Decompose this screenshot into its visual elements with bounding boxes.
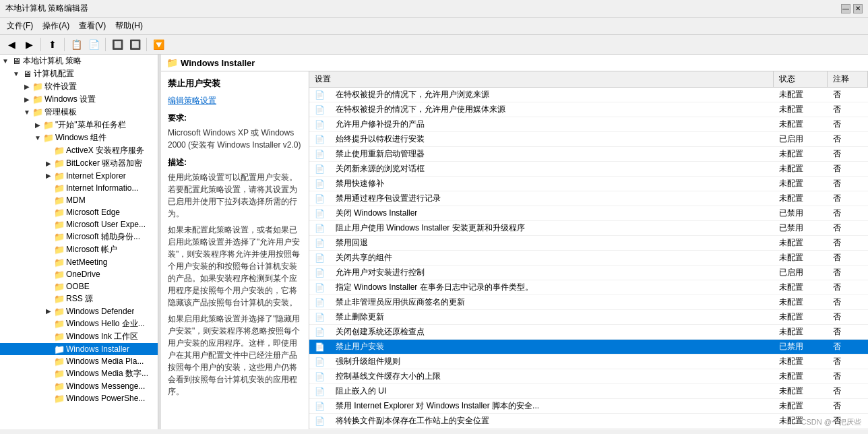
minimize-button[interactable]: — (841, 4, 850, 13)
table-row[interactable]: 📄 禁止用户安装 已禁用 否 (309, 340, 868, 354)
table-row[interactable]: 📄 禁止使用重新启动管理器 未配置 否 (309, 147, 868, 162)
table-row[interactable]: 📄 关闭新来源的浏览对话框 未配置 否 (309, 162, 868, 177)
tree-toggle-oobe[interactable] (43, 281, 54, 292)
paste-button[interactable]: 📄 (86, 37, 101, 52)
tree-toggle-software[interactable]: ▶ (22, 82, 32, 92)
tree-item-onedrive[interactable]: 📁OneDrive (0, 268, 158, 280)
tree-toggle-accessibility[interactable] (43, 232, 54, 243)
tree-toggle-powershell[interactable] (43, 393, 54, 404)
tree-item-software[interactable]: ▶📁软件设置 (0, 80, 158, 93)
tree-item-iis[interactable]: 📁Internet Informatio... (0, 182, 158, 194)
tree-item-media-data[interactable]: 📁Windows Media 数字... (0, 367, 158, 380)
tree-item-media-pla[interactable]: 📁Windows Media Pla... (0, 355, 158, 367)
row-icon: 📄 (309, 88, 330, 102)
table-row[interactable]: 📄 控制基线文件缓存大小的上限 未配置 否 (309, 369, 868, 384)
tree-toggle-computer[interactable]: ▼ (11, 69, 22, 80)
tree-toggle-ink[interactable] (43, 332, 54, 342)
table-row[interactable]: 📄 允许用户对安装进行控制 已启用 否 (309, 266, 868, 280)
back-button[interactable]: ◀ (4, 37, 19, 52)
row-note: 否 (828, 132, 868, 147)
tree-item-bitlocker[interactable]: ▶📁BitLocker 驱动器加密 (0, 157, 158, 170)
tree-toggle-user-exp[interactable] (43, 219, 54, 230)
tree-toggle-activex[interactable] (43, 146, 54, 156)
copy-button[interactable]: 📋 (69, 37, 84, 52)
tree-item-accessibility[interactable]: 📁Microsoft 辅助身份... (0, 230, 158, 243)
tree-item-computer[interactable]: ▼🖥计算机配置 (0, 67, 158, 80)
tree-toggle-windows-settings[interactable]: ▶ (22, 94, 32, 105)
tree-toggle-rss[interactable] (43, 294, 54, 305)
tree-toggle-iis[interactable] (43, 183, 54, 193)
tree-toggle-bitlocker[interactable]: ▶ (43, 158, 54, 169)
tree-item-admin-templates[interactable]: ▼📁管理模板 (0, 106, 158, 119)
table-row[interactable]: 📄 禁用回退 未配置 否 (309, 236, 868, 251)
tree-item-powershell[interactable]: 📁Windows PowerShe... (0, 392, 158, 404)
tree-toggle-windows-components[interactable]: ▼ (32, 133, 43, 144)
tree-toggle-messenger[interactable] (43, 381, 54, 392)
tree-toggle-netmeeting[interactable] (43, 257, 54, 268)
table-row[interactable]: 📄 在特权被提升的情况下，允许用户浏览来源 未配置 否 (309, 88, 868, 102)
table-row[interactable]: 📄 强制升级组件规则 未配置 否 (309, 354, 868, 369)
edit-policy-link[interactable]: 编辑策略设置 (168, 96, 216, 105)
close-button[interactable]: ✕ (853, 4, 863, 13)
col-status[interactable]: 状态 (774, 71, 828, 88)
table-row[interactable]: 📄 关闭 Windows Installer 已禁用 否 (309, 206, 868, 221)
table-row[interactable]: 📄 在特权被提升的情况下，允许用户使用媒体来源 未配置 否 (309, 102, 868, 117)
tree-item-activex[interactable]: 📁ActiveX 安装程序服务 (0, 144, 158, 157)
tree-toggle-accounts[interactable] (43, 245, 54, 255)
up-button[interactable]: ⬆ (45, 37, 60, 52)
table-row[interactable]: 📄 指定 Windows Installer 在事务日志中记录的事件类型。 未配… (309, 280, 868, 295)
tree-item-defender[interactable]: ▶📁Windows Defender (0, 305, 158, 317)
menu-help[interactable]: 帮助(H) (111, 19, 147, 33)
menu-file[interactable]: 文件(F) (3, 19, 37, 33)
table-row[interactable]: 📄 禁止删除更新 未配置 否 (309, 310, 868, 325)
table-row[interactable]: 📄 阻止用户使用 Windows Installer 安装更新和升级程序 已禁用… (309, 221, 868, 236)
tree-item-windows-components[interactable]: ▼📁Windows 组件 (0, 131, 158, 144)
tree-toggle-hello[interactable] (43, 319, 54, 330)
tree-item-local[interactable]: ▼🖥本地计算机 策略 (0, 55, 158, 67)
tree-item-rss[interactable]: 📁RSS 源 (0, 292, 158, 305)
table-row[interactable]: 📄 将转换文件副本保存在工作站上的安全位置 未配置 否 (309, 414, 868, 429)
filter-button[interactable]: 🔽 (151, 37, 166, 52)
table-row[interactable]: 📄 禁用 Internet Explorer 对 Windows Install… (309, 399, 868, 414)
tree-item-installer[interactable]: 📁Windows Installer (0, 343, 158, 355)
tree-toggle-installer[interactable] (43, 344, 54, 354)
table-row[interactable]: 📄 禁用快速修补 未配置 否 (309, 177, 868, 191)
col-setting[interactable]: 设置 (309, 71, 774, 88)
tree-toggle-media-pla[interactable] (43, 356, 54, 367)
tree-item-user-exp[interactable]: 📁Microsoft User Expe... (0, 218, 158, 230)
tree-toggle-defender[interactable]: ▶ (43, 306, 54, 317)
tree-item-start-menu[interactable]: ▶📁"开始"菜单和任务栏 (0, 119, 158, 131)
tree-item-oobe[interactable]: 📁OOBE (0, 280, 158, 292)
tree-toggle-start-menu[interactable]: ▶ (32, 120, 43, 131)
tree-item-ie[interactable]: ▶📁Internet Explorer (0, 170, 158, 182)
forward-button[interactable]: ▶ (22, 37, 36, 52)
tree-toggle-mdm[interactable] (43, 195, 54, 206)
tree-toggle-media-data[interactable] (43, 369, 54, 379)
table-row[interactable]: 📄 禁用通过程序包设置进行记录 未配置 否 (309, 191, 868, 206)
tree-item-accounts[interactable]: 📁Microsoft 帐户 (0, 243, 158, 256)
tree-item-windows-settings[interactable]: ▶📁Windows 设置 (0, 93, 158, 106)
tree-item-ink[interactable]: 📁Windows Ink 工作区 (0, 330, 158, 343)
table-row[interactable]: 📄 关闭创建系统还原检查点 未配置 否 (309, 325, 868, 340)
window-controls[interactable]: — ✕ (841, 4, 863, 13)
table-row[interactable]: 📄 允许用户修补提升的产品 未配置 否 (309, 117, 868, 132)
tree-item-edge[interactable]: 📁Microsoft Edge (0, 206, 158, 218)
tree-item-hello[interactable]: 📁Windows Hello 企业... (0, 317, 158, 330)
tree-item-mdm[interactable]: 📁MDM (0, 194, 158, 206)
properties-button[interactable]: 🔲 (110, 37, 125, 52)
tree-toggle-admin-templates[interactable]: ▼ (22, 107, 32, 118)
table-row[interactable]: 📄 关闭共享的组件 未配置 否 (309, 251, 868, 266)
tree-item-messenger[interactable]: 📁Windows Messenge... (0, 380, 158, 392)
table-row[interactable]: 📄 阻止嵌入的 UI 未配置 否 (309, 384, 868, 399)
tree-toggle-edge[interactable] (43, 207, 54, 218)
tree-item-netmeeting[interactable]: 📁NetMeeting (0, 256, 158, 268)
col-note[interactable]: 注释 (828, 71, 868, 88)
tree-toggle-ie[interactable]: ▶ (43, 170, 54, 181)
view-button[interactable]: 🔲 (127, 37, 142, 52)
tree-toggle-local[interactable]: ▼ (0, 56, 11, 67)
table-row[interactable]: 📄 禁止非管理员应用供应商签名的更新 未配置 否 (309, 295, 868, 310)
menu-view[interactable]: 查看(V) (75, 19, 110, 33)
tree-toggle-onedrive[interactable] (43, 269, 54, 280)
menu-action[interactable]: 操作(A) (38, 19, 73, 33)
table-row[interactable]: 📄 始终提升以特权进行安装 已启用 否 (309, 132, 868, 147)
